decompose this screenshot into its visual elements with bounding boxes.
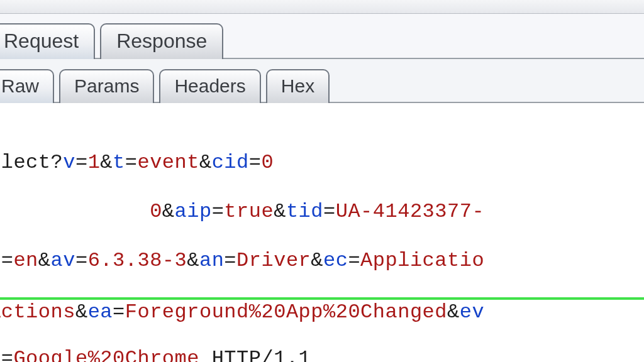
tabs-primary: Request Response xyxy=(0,14,644,59)
tabs-secondary: Raw Params Headers Hex xyxy=(0,59,644,103)
tab-response-label: Response xyxy=(116,30,207,52)
tab-request[interactable]: Request xyxy=(0,23,95,59)
http-line-3: l=en&av=6.3.38-3&an=Driver&ec=Applicatio xyxy=(0,248,644,273)
tab-raw-label: Raw xyxy=(1,75,39,96)
http-line-4: Actions&ea=Foreground%20App%20Changed&ev xyxy=(0,297,644,322)
tab-hex-label: Hex xyxy=(281,75,314,96)
http-line-2: 0&aip=true&tid=UA-41423377- xyxy=(0,199,644,224)
http-line-1: llect?v=1&t=event&cid=0 xyxy=(0,150,644,175)
http-line-5: l=Google%20Chrome HTTP/1.1 xyxy=(0,346,644,362)
tab-params-label: Params xyxy=(74,75,139,96)
tab-headers-label: Headers xyxy=(174,75,245,96)
tab-hex[interactable]: Hex xyxy=(266,69,330,103)
tab-raw[interactable]: Raw xyxy=(0,69,54,103)
tab-response[interactable]: Response xyxy=(100,23,223,59)
tab-params[interactable]: Params xyxy=(59,69,154,103)
raw-http-content[interactable]: llect?v=1&t=event&cid=0 0&aip=true&tid=U… xyxy=(0,103,644,362)
window-toolbar xyxy=(0,0,644,14)
tab-headers[interactable]: Headers xyxy=(159,69,260,103)
tab-request-label: Request xyxy=(4,30,79,52)
